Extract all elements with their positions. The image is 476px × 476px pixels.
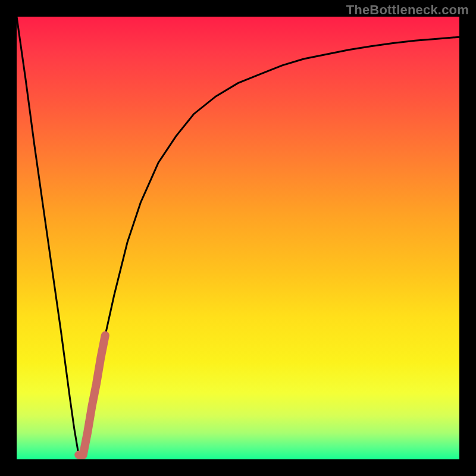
watermark-text: TheBottleneck.com	[346, 2, 469, 18]
main-curve	[17, 17, 459, 455]
highlight-segment	[79, 336, 105, 455]
plot-area	[17, 17, 459, 459]
curve-svg	[17, 17, 459, 459]
chart-frame: TheBottleneck.com	[0, 0, 476, 476]
